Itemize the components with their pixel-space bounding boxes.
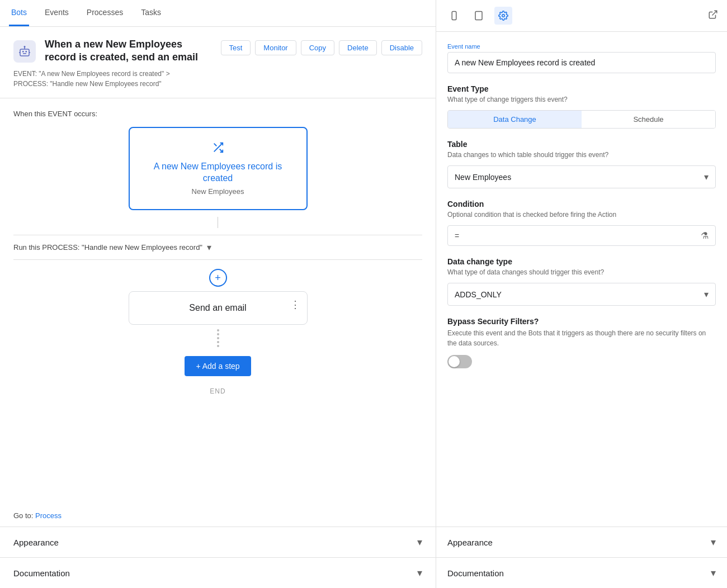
right-toolbar bbox=[436, 0, 727, 32]
go-to-row: Go to: Process bbox=[0, 505, 436, 527]
left-documentation-label: Documentation bbox=[13, 568, 70, 578]
condition-value: = bbox=[455, 231, 701, 240]
event-card-title: A new New Employees record is created bbox=[141, 161, 295, 184]
data-change-type-title: Data change type bbox=[447, 257, 716, 266]
svg-point-5 bbox=[24, 46, 26, 48]
event-type-title: Event Type bbox=[447, 84, 716, 93]
left-documentation-chevron-icon: ▾ bbox=[417, 567, 422, 579]
svg-rect-2 bbox=[26, 51, 27, 53]
external-link-icon[interactable] bbox=[708, 10, 718, 22]
add-step-circle-button[interactable]: + bbox=[209, 269, 227, 287]
step-card-label: Send an email bbox=[189, 303, 246, 312]
event-card[interactable]: A new New Employees record is created Ne… bbox=[129, 127, 308, 211]
left-appearance-label: Appearance bbox=[13, 538, 59, 547]
bypass-toggle[interactable] bbox=[447, 355, 472, 368]
mobile-icon[interactable] bbox=[445, 7, 463, 25]
monitor-button[interactable]: Monitor bbox=[255, 40, 296, 55]
event-name-input[interactable] bbox=[447, 52, 716, 73]
process-label: Run this PROCESS: "Handle new New Employ… bbox=[13, 243, 202, 252]
svg-rect-3 bbox=[23, 53, 26, 54]
bot-header: When a new New Employees record is creat… bbox=[0, 27, 436, 98]
table-desc: Data changes to which table should trigg… bbox=[447, 151, 716, 159]
flask-icon: ⚗ bbox=[701, 230, 709, 241]
bot-title: When a new New Employees record is creat… bbox=[45, 38, 212, 64]
event-name-field-group: Event name bbox=[447, 43, 716, 73]
settings-icon[interactable] bbox=[494, 7, 512, 25]
data-change-type-desc: What type of data changes should trigger… bbox=[447, 268, 716, 276]
right-panel-content: Event name Event Type What type of chang… bbox=[436, 32, 727, 527]
data-change-type-value: ADDS_ONLY bbox=[455, 290, 502, 299]
process-row[interactable]: Run this PROCESS: "Handle new New Employ… bbox=[13, 235, 422, 260]
nav-tabs: Bots Events Processes Tasks bbox=[0, 0, 436, 27]
step-card-menu-icon[interactable]: ⋮ bbox=[290, 298, 300, 311]
event-name-field-label: Event name bbox=[447, 43, 716, 50]
bot-icon bbox=[13, 40, 36, 63]
tablet-icon[interactable] bbox=[470, 7, 488, 25]
event-card-subtitle: New Employees bbox=[141, 187, 295, 196]
bypass-desc: Execute this event and the Bots that it … bbox=[447, 328, 716, 348]
flow-area: When this EVENT occurs: A new New Employ… bbox=[0, 98, 436, 505]
right-appearance-section[interactable]: Appearance ▾ bbox=[436, 527, 727, 557]
svg-rect-8 bbox=[452, 12, 456, 20]
data-change-type-chevron-icon: ▾ bbox=[704, 289, 709, 300]
svg-rect-1 bbox=[22, 51, 24, 53]
data-change-type-dropdown[interactable]: ADDS_ONLY ▾ bbox=[447, 283, 716, 306]
test-button[interactable]: Test bbox=[221, 40, 251, 55]
condition-field-group: Condition Optional condition that is che… bbox=[447, 200, 716, 246]
right-appearance-chevron-icon: ▾ bbox=[711, 536, 716, 548]
bypass-toggle-knob bbox=[449, 356, 460, 367]
condition-desc: Optional condition that is checked befor… bbox=[447, 211, 716, 219]
svg-point-12 bbox=[502, 15, 505, 17]
right-documentation-section[interactable]: Documentation ▾ bbox=[436, 557, 727, 588]
tab-processes[interactable]: Processes bbox=[84, 0, 125, 26]
data-change-btn[interactable]: Data Change bbox=[448, 111, 582, 128]
condition-row[interactable]: = ⚗ bbox=[447, 225, 716, 246]
table-title: Table bbox=[447, 140, 716, 149]
add-step-circle-area: + bbox=[13, 260, 422, 291]
tab-events[interactable]: Events bbox=[43, 0, 71, 26]
bypass-title: Bypass Security Filters? bbox=[447, 317, 716, 326]
right-documentation-chevron-icon: ▾ bbox=[711, 567, 716, 579]
svg-rect-0 bbox=[20, 49, 29, 56]
bot-actions: Test Monitor Copy Delete Disable bbox=[221, 40, 423, 55]
bypass-section: Bypass Security Filters? Execute this ev… bbox=[447, 317, 716, 368]
data-change-type-group: Data change type What type of data chang… bbox=[447, 257, 716, 306]
table-dropdown-value: New Employees bbox=[455, 173, 511, 182]
left-appearance-section[interactable]: Appearance ▾ bbox=[0, 527, 436, 557]
tab-tasks[interactable]: Tasks bbox=[139, 0, 163, 26]
connector-1 bbox=[13, 210, 422, 235]
event-type-group: Event Type What type of change triggers … bbox=[447, 84, 716, 129]
add-step-button[interactable]: + Add a step bbox=[185, 356, 251, 376]
event-type-toggle: Data Change Schedule bbox=[447, 110, 716, 129]
disable-button[interactable]: Disable bbox=[381, 40, 422, 55]
svg-line-13 bbox=[712, 11, 717, 15]
condition-title: Condition bbox=[447, 200, 716, 208]
end-label: END bbox=[13, 381, 422, 402]
go-to-process-link[interactable]: Process bbox=[35, 511, 62, 520]
process-chevron-icon: ▾ bbox=[207, 242, 211, 253]
left-documentation-section[interactable]: Documentation ▾ bbox=[0, 557, 436, 588]
step-card[interactable]: ⋮ Send an email bbox=[129, 291, 308, 325]
schedule-btn[interactable]: Schedule bbox=[582, 111, 715, 128]
svg-rect-10 bbox=[475, 12, 482, 20]
dashed-connector bbox=[13, 325, 422, 352]
copy-button[interactable]: Copy bbox=[301, 40, 334, 55]
toolbar-icons bbox=[445, 7, 512, 25]
event-type-desc: What type of change triggers this event? bbox=[447, 96, 716, 103]
tab-bots[interactable]: Bots bbox=[9, 0, 29, 26]
event-shuffle-icon bbox=[141, 141, 295, 157]
flow-when-label: When this EVENT occurs: bbox=[13, 110, 422, 118]
right-panel: Event name Event Type What type of chang… bbox=[436, 0, 727, 588]
left-appearance-chevron-icon: ▾ bbox=[417, 536, 422, 548]
right-documentation-label: Documentation bbox=[447, 568, 504, 578]
table-field-group: Table Data changes to which table should… bbox=[447, 140, 716, 188]
left-panel: Bots Events Processes Tasks When a new N… bbox=[0, 0, 436, 588]
table-dropdown-chevron-icon: ▾ bbox=[704, 172, 709, 182]
table-dropdown[interactable]: New Employees ▾ bbox=[447, 165, 716, 188]
bot-meta: EVENT: "A new New Employees record is cr… bbox=[13, 69, 422, 89]
delete-button[interactable]: Delete bbox=[339, 40, 377, 55]
right-appearance-label: Appearance bbox=[447, 538, 493, 547]
